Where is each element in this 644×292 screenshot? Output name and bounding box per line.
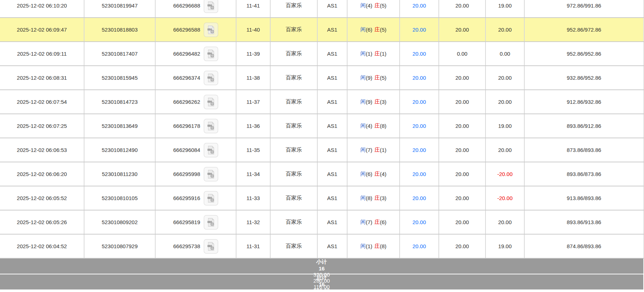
cell-bet-id: 523010809202 (84, 210, 156, 234)
video-playback-button[interactable] (204, 143, 218, 157)
bet-time: 2025-12-02 06:09:47 (17, 27, 67, 33)
bet-amount-link[interactable]: 20.00 (413, 75, 426, 81)
player-result-label: 闲 (360, 98, 366, 105)
shoe-round: 11-32 (247, 219, 260, 225)
video-playback-button[interactable] (204, 95, 218, 109)
balance-before-after: 952.86/952.86 (567, 51, 601, 57)
bet-amount-link[interactable]: 20.00 (413, 171, 426, 177)
bet-id: 523010809202 (102, 219, 138, 225)
cell-bet-amount: 20.00 (400, 138, 439, 162)
bet-amount-link[interactable]: 20.00 (413, 51, 426, 57)
win-loss-amount: -20.00 (497, 171, 513, 177)
cell-bet-time: 2025-12-02 06:09:47 (0, 18, 84, 41)
round-id: 666295819 (173, 219, 200, 225)
bet-time: 2025-12-02 06:05:26 (17, 219, 67, 225)
table-row[interactable]: 2025-12-02 06:05:52 523010810105 6662959… (0, 186, 644, 210)
balance-before-after: 873.86/893.86 (567, 147, 601, 153)
cell-valid-amount: 0.00 (439, 42, 486, 65)
banker-result-label: 庄 (374, 2, 380, 9)
player-result-score: (1) (366, 243, 372, 249)
cell-balance: 893.86/873.86 (525, 162, 644, 186)
player-result-label: 闲 (360, 50, 366, 57)
banker-result-score: (8) (380, 243, 386, 249)
balance-before-after: 874.86/893.86 (567, 243, 601, 249)
bet-id: 523010818803 (102, 27, 138, 33)
player-result-score: (9) (366, 75, 372, 81)
bet-amount-link[interactable]: 20.00 (413, 195, 426, 201)
bet-time: 2025-12-02 06:08:31 (17, 75, 67, 81)
round-id: 666296262 (173, 99, 200, 105)
cell-bet-amount: 20.00 (400, 210, 439, 234)
table-name: AS1 (327, 3, 337, 9)
shoe-round: 11-37 (247, 99, 260, 105)
cell-win-loss: -20.00 (486, 186, 525, 210)
cell-win-loss: 20.00 (486, 138, 525, 162)
cell-bet-time: 2025-12-02 06:09:11 (0, 42, 84, 65)
cell-game-result: 闲(6)庄(5) (348, 18, 400, 41)
table-row[interactable]: 2025-12-02 06:09:47 523010818803 6662965… (0, 18, 644, 42)
valid-amount: 20.00 (455, 27, 469, 33)
banker-result-label: 庄 (374, 243, 380, 250)
bet-amount-link[interactable]: 20.00 (413, 99, 426, 105)
video-playback-button[interactable] (204, 191, 218, 205)
video-file-icon (206, 194, 216, 203)
cell-valid-amount: 20.00 (439, 162, 486, 186)
table-row[interactable]: 2025-12-02 06:10:20 523010819947 6662966… (0, 0, 644, 18)
game-type: 百家乐 (286, 147, 302, 153)
table-row[interactable]: 2025-12-02 06:06:20 523010811230 6662959… (0, 162, 644, 186)
cell-balance: 912.86/932.86 (525, 90, 644, 113)
bet-amount-link[interactable]: 20.00 (413, 219, 426, 225)
bet-time: 2025-12-02 06:06:53 (17, 147, 67, 153)
cell-round-id: 666295738 (156, 235, 236, 258)
table-row[interactable]: 2025-12-02 06:05:26 523010809202 6662958… (0, 210, 644, 235)
cell-valid-amount: 20.00 (439, 138, 486, 162)
cell-shoe-round: 11-32 (236, 210, 271, 234)
video-playback-button[interactable] (204, 239, 218, 254)
bet-amount-link[interactable]: 20.00 (413, 3, 426, 9)
video-playback-button[interactable] (204, 71, 218, 85)
cell-table-name: AS1 (318, 210, 348, 234)
valid-amount: 20.00 (455, 123, 469, 129)
table-row[interactable]: 2025-12-02 06:08:31 523010815945 6662963… (0, 66, 644, 90)
video-file-icon (206, 170, 216, 179)
video-playback-button[interactable] (204, 0, 218, 13)
video-playback-button[interactable] (204, 23, 218, 37)
banker-result-score: (6) (380, 219, 386, 225)
cell-game-type: 百家乐 (271, 18, 318, 41)
table-name: AS1 (327, 51, 337, 57)
table-row[interactable]: 2025-12-02 06:04:52 523010807929 6662957… (0, 235, 644, 259)
banker-result-score: (8) (380, 123, 386, 129)
player-result-score: (7) (366, 219, 372, 225)
table-name: AS1 (327, 195, 337, 201)
shoe-round: 11-33 (247, 195, 260, 201)
cell-win-loss: 20.00 (486, 210, 525, 234)
cell-bet-time: 2025-12-02 06:04:52 (0, 235, 84, 258)
cell-shoe-round: 11-41 (236, 0, 271, 17)
banker-result-label: 庄 (374, 74, 380, 81)
table-row[interactable]: 2025-12-02 06:09:11 523010817407 6662964… (0, 42, 644, 66)
bet-amount-link[interactable]: 20.00 (413, 123, 426, 129)
video-playback-button[interactable] (204, 167, 218, 181)
bet-time: 2025-12-02 06:04:52 (17, 243, 67, 249)
bet-amount-link[interactable]: 20.00 (413, 147, 426, 153)
balance-before-after: 913.86/893.86 (567, 195, 601, 201)
table-row[interactable]: 2025-12-02 06:06:53 523010812490 6662960… (0, 138, 644, 162)
bet-amount-link[interactable]: 20.00 (413, 243, 426, 249)
cell-bet-id: 523010818803 (84, 18, 156, 41)
cell-balance: 873.86/893.86 (525, 138, 644, 162)
cell-balance: 952.86/972.86 (525, 18, 644, 41)
table-row[interactable]: 2025-12-02 06:07:25 523010813649 6662961… (0, 114, 644, 138)
cell-shoe-round: 11-39 (236, 42, 271, 65)
total-row: 总计 16 320.00 280.00 116.00 (0, 274, 644, 290)
shoe-round: 11-35 (247, 147, 260, 153)
cell-bet-id: 523010819947 (84, 0, 156, 17)
video-playback-button[interactable] (204, 47, 218, 61)
bet-amount-link[interactable]: 20.00 (413, 27, 426, 33)
video-playback-button[interactable] (204, 119, 218, 133)
player-result-label: 闲 (360, 219, 366, 226)
valid-amount: 20.00 (455, 171, 469, 177)
table-row[interactable]: 2025-12-02 06:07:54 523010814723 6662962… (0, 90, 644, 114)
video-playback-button[interactable] (204, 215, 218, 230)
banker-result-label: 庄 (374, 147, 380, 153)
player-result-label: 闲 (360, 147, 366, 153)
